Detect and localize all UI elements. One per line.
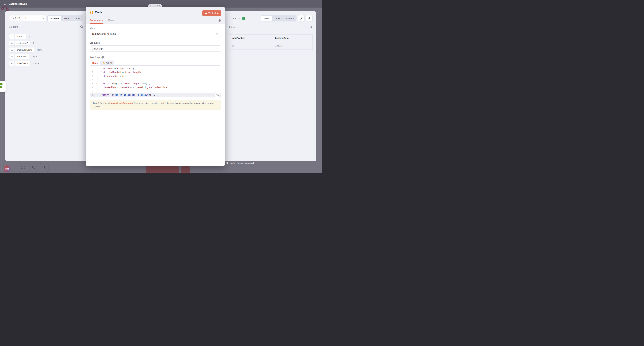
output-tab-schema[interactable]: Schema bbox=[283, 16, 296, 21]
search-icon[interactable] bbox=[310, 26, 312, 29]
output-table-row: 162251.14 bbox=[229, 42, 312, 50]
fit-view-button bbox=[18, 163, 27, 172]
field-type-icon: A bbox=[10, 61, 14, 66]
expand-icon bbox=[216, 94, 219, 96]
schema-field-pill[interactable]: #orderPrice bbox=[9, 54, 29, 59]
field-name: employeeName bbox=[14, 48, 34, 52]
code-line-5: 5∨for(let i=0; i < items.length; i++) { bbox=[90, 82, 221, 86]
schema-field-row: #orderPrice161.1 bbox=[9, 54, 83, 59]
zoom-in-icon bbox=[32, 166, 36, 169]
back-to-canvas-button[interactable]: ← Back to canvas bbox=[4, 0, 27, 8]
fit-view-icon bbox=[21, 166, 25, 169]
code-line-text bbox=[97, 78, 101, 82]
input-view-tabs: SchemaTableJSON bbox=[47, 15, 83, 21]
dimmed-canvas-button-small bbox=[181, 166, 190, 173]
language-select[interactable]: JavaScript bbox=[90, 46, 221, 52]
dimmed-canvas-button bbox=[146, 166, 179, 173]
output-tab-json[interactable]: JSON bbox=[272, 16, 283, 21]
output-panel-label: OUTPUT bbox=[229, 17, 240, 20]
line-number: 8 bbox=[90, 93, 96, 97]
code-editor[interactable]: 1let items = $input.all();2let totalBook… bbox=[90, 66, 221, 98]
special-vars-link[interactable]: special vars/methods. bbox=[110, 102, 133, 104]
code-node-modal: {} Code Test step Parameters Docs ⚙ Mode… bbox=[86, 7, 225, 166]
editor-label: JavaScript bbox=[90, 56, 100, 58]
code-line-text: bookedSum = bookedSum + items[i].json.or… bbox=[97, 86, 168, 89]
output-table: totalBookedbookedSum 162251.14 bbox=[229, 34, 312, 50]
zoom-in-button bbox=[29, 163, 38, 172]
code-node-icon: {} bbox=[90, 10, 93, 14]
node-title: {} Code bbox=[90, 10, 102, 14]
schema-field-pill[interactable]: AorderStatus bbox=[9, 61, 30, 66]
language-value: JavaScript bbox=[92, 47, 103, 50]
search-icon[interactable] bbox=[80, 25, 83, 28]
code-line-1: 1let items = $input.all(); bbox=[90, 67, 221, 70]
node-settings-gear-icon[interactable]: ⚙ bbox=[218, 19, 221, 22]
input-panel: INPUT If SchemaTableJSON 16 items #order… bbox=[5, 11, 87, 161]
help-icon[interactable]: ? bbox=[102, 56, 104, 58]
line-number: 4 bbox=[90, 78, 96, 82]
output-table-head-row: totalBookedbookedSum bbox=[229, 34, 312, 42]
field-type-icon: # bbox=[10, 54, 14, 59]
field-name: orderID bbox=[14, 34, 26, 39]
line-number: 2 bbox=[90, 70, 96, 74]
output-table-body: 162251.14 bbox=[229, 42, 312, 50]
mode-value: Run Once for All Items bbox=[92, 32, 116, 35]
input-tab-table[interactable]: Table bbox=[62, 16, 72, 21]
node-title-text: Code bbox=[95, 11, 102, 14]
test-step-button[interactable]: Test step bbox=[202, 10, 221, 16]
code-line-text: } bbox=[97, 89, 103, 93]
code-line-text: for(let i=0; i < items.length; i++) { bbox=[97, 82, 150, 86]
code-line-text: return [{json:{totalBooked, bookedSum}}]… bbox=[97, 93, 155, 97]
output-cell: 16 bbox=[229, 42, 272, 50]
schema-field-pill[interactable]: #orderID bbox=[9, 34, 26, 39]
field-name: orderPrice bbox=[14, 54, 29, 59]
schema-field-pill[interactable]: #customerID bbox=[9, 40, 30, 46]
input-source-value: If bbox=[25, 17, 26, 20]
modal-body: Mode Run Once for All Items Language Jav… bbox=[86, 24, 225, 110]
field-name: orderStatus bbox=[14, 61, 30, 66]
schema-field-row: AemployeeNameMario bbox=[9, 47, 83, 52]
code-line-4: 4 bbox=[90, 78, 221, 82]
schema-field-row: #orderID2 bbox=[9, 34, 83, 39]
editor-tab-ask-ai[interactable]: Ask AI bbox=[100, 60, 114, 66]
tab-parameters[interactable]: Parameters bbox=[90, 19, 103, 24]
pin-icon bbox=[308, 17, 310, 20]
input-tab-json[interactable]: JSON bbox=[72, 16, 83, 21]
expand-editor-button[interactable] bbox=[215, 92, 220, 97]
field-type-icon: A bbox=[10, 48, 14, 52]
code-line-text: let items = $input.all(); bbox=[97, 67, 134, 70]
mode-select[interactable]: Run Once for All Items bbox=[90, 31, 221, 37]
chevron-down-icon bbox=[216, 33, 218, 34]
field-name: customerID bbox=[14, 41, 30, 46]
editor-tabs: Code Ask AI bbox=[90, 60, 221, 66]
line-number: 1 bbox=[90, 67, 96, 70]
field-value: 2 bbox=[28, 35, 30, 38]
input-items-count: 16 items bbox=[9, 26, 18, 28]
code-line-8: 8return [{json:{totalBooked, bookedSum}}… bbox=[90, 93, 221, 97]
output-column-header: bookedSum bbox=[272, 34, 312, 42]
schema-field-pill[interactable]: AemployeeName bbox=[9, 47, 35, 52]
tab-docs[interactable]: Docs bbox=[108, 19, 114, 24]
if-node-mini-card[interactable] bbox=[0, 81, 6, 92]
pin-data-button[interactable] bbox=[306, 15, 312, 22]
line-number: 7 bbox=[90, 89, 96, 93]
input-schema-list: #orderID2#customerID5AemployeeNameMario#… bbox=[9, 34, 83, 66]
wish-node-button[interactable]: I wish this node would... bbox=[226, 162, 256, 165]
input-source-select[interactable]: INPUT If bbox=[9, 15, 46, 21]
field-value: booked bbox=[33, 62, 40, 64]
schema-field-row: AorderStatusbooked bbox=[9, 61, 83, 66]
field-value: 5 bbox=[32, 42, 34, 44]
line-number: 3 bbox=[90, 74, 96, 78]
pencil-icon bbox=[300, 17, 302, 20]
code-line-3: 3let bookedSum = 0; bbox=[90, 74, 221, 78]
chevron-down-icon bbox=[216, 48, 218, 49]
input-tab-schema[interactable]: Schema bbox=[48, 16, 62, 21]
modal-header: {} Code Test step Parameters Docs ⚙ bbox=[86, 7, 225, 24]
code-line-text: let bookedSum = 0; bbox=[97, 74, 125, 78]
back-arrow-icon: ← bbox=[4, 2, 7, 5]
edit-output-button[interactable] bbox=[298, 15, 304, 22]
code-line-text: let totalBooked = items.length; bbox=[97, 70, 142, 74]
field-value: 161.1 bbox=[31, 55, 37, 58]
output-tab-table[interactable]: Table bbox=[261, 16, 272, 21]
editor-tab-code[interactable]: Code bbox=[90, 60, 100, 66]
